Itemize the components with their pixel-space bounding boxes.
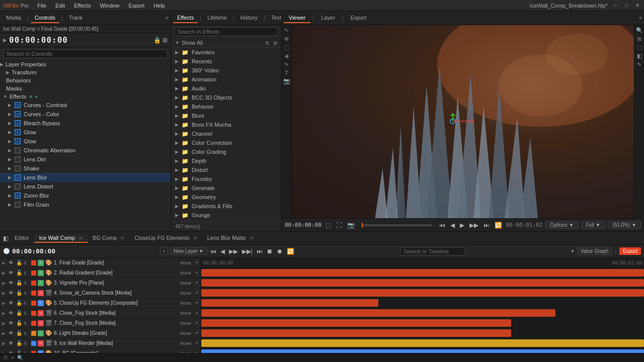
layer-dropdown-icon[interactable]: ▼ <box>195 341 199 345</box>
track-4[interactable] <box>201 298 644 308</box>
effect-chromatic-aberration[interactable]: ▶ Chromatic Aberration <box>0 146 171 155</box>
close-button[interactable]: ✕ <box>634 2 641 9</box>
blend-mode[interactable]: None <box>178 321 193 326</box>
color-picker-icon[interactable]: ✎ <box>637 61 641 68</box>
go-end-icon[interactable]: ⏭ <box>482 221 491 230</box>
layer-properties-section[interactable]: ▶ Layer Properties <box>0 60 171 68</box>
tab-media[interactable]: Media <box>2 13 25 23</box>
controls-search-input[interactable] <box>3 49 168 58</box>
solo-icon[interactable]: S <box>24 281 30 286</box>
blend-mode[interactable]: None <box>178 311 193 316</box>
layer-row-7[interactable]: ▶ 👁 🔓 S M 🎬 7. Close_Fog Stock [Media] N… <box>0 318 201 328</box>
tab-closeup[interactable]: CloseUp FG Elements ✕ <box>129 234 202 243</box>
effect-checkbox[interactable]: ✓ <box>15 111 21 117</box>
tl-status-icon3[interactable]: 🔍 <box>17 355 23 360</box>
layer-row-5[interactable]: ▶ 👁 🔓 S C 🎨 5. CloseUp FG Elements [Comp… <box>0 298 201 308</box>
track-9[interactable] <box>201 348 644 353</box>
category-audio[interactable]: ▶ 📁 Audio <box>171 84 281 93</box>
prev-frame-icon[interactable]: ◀ <box>449 221 456 230</box>
effect-checkbox[interactable]: ✓ <box>15 120 21 126</box>
lock-icon[interactable]: 🔓 <box>16 310 22 316</box>
safe-zones-icon[interactable]: ⬚ <box>637 44 642 51</box>
menu-export[interactable]: Export <box>125 2 149 10</box>
category-color-correction[interactable]: ▶ 📁 Color Correction <box>171 138 281 147</box>
layer-dropdown-icon[interactable]: ▼ <box>195 291 199 295</box>
effect-checkbox[interactable] <box>15 156 21 162</box>
category-channel[interactable]: ▶ 📁 Channel <box>171 129 281 138</box>
effect-checkbox[interactable]: ✓ <box>15 129 21 135</box>
zoom-button[interactable]: (51.0%) ▼ <box>608 221 641 229</box>
layer-row-2[interactable]: ▶ 👁 🔓 S G 🎨 2. Radial Gradient [Grade] N… <box>0 268 201 278</box>
layer-row-3[interactable]: ▶ 👁 🔓 S P 🎨 3. Vignette Pro [Plane] None… <box>0 278 201 288</box>
effects-search-input[interactable] <box>174 27 278 36</box>
tab-viewer[interactable]: Viewer <box>284 13 310 23</box>
solo-icon[interactable]: S <box>24 260 30 265</box>
mask-icon[interactable]: ◈ <box>285 53 289 59</box>
effect-checkbox[interactable] <box>15 202 21 208</box>
category-gradients[interactable]: ▶ 📁 Gradients & Fills <box>171 202 281 211</box>
quality-button[interactable]: Full ▼ <box>582 221 605 229</box>
go-start-icon[interactable]: ⏮ <box>438 221 446 230</box>
options-button[interactable]: Options ▼ <box>545 221 578 229</box>
category-generate[interactable]: ▶ 📁 Generate <box>171 184 281 193</box>
timeline-search-input[interactable] <box>400 247 465 255</box>
effect-zoom-blur[interactable]: ▶ ✓ Zoom Blur <box>0 191 171 200</box>
layer-row-8[interactable]: ▶ 👁 🔓 S G 🎨 8. Light Streaks [Grade] Non… <box>0 328 201 338</box>
tab-lifetime[interactable]: Lifetime <box>203 13 231 23</box>
solo-icon[interactable]: S <box>24 291 30 296</box>
compare-icon[interactable]: ◧ <box>637 53 642 59</box>
menu-window[interactable]: Window <box>96 2 123 10</box>
timeline-export-button[interactable]: Export <box>619 247 641 255</box>
solo-icon[interactable]: S <box>24 321 30 326</box>
menu-help[interactable]: Help <box>149 2 169 10</box>
effects-sort-icon[interactable]: ⇅ <box>265 40 269 46</box>
new-layer-button[interactable]: New Layer ▼ <box>170 247 207 255</box>
track-7[interactable] <box>201 328 644 338</box>
track-1[interactable] <box>201 268 644 278</box>
category-blurs[interactable]: ▶ 📁 Blurs <box>171 111 281 120</box>
effect-shake[interactable]: ▶ Shake <box>0 164 171 173</box>
transform-section[interactable]: ▶ Transform <box>0 68 171 76</box>
tab-icewall[interactable]: Ice Wall Comp ✕ <box>34 234 88 243</box>
visibility-icon[interactable]: 👁 <box>9 310 15 316</box>
category-geometry[interactable]: ▶ 📁 Geometry <box>171 193 281 202</box>
category-boris[interactable]: ▶ 📁 Boris FX Mocha <box>171 120 281 129</box>
effect-curves-contrast[interactable]: ▶ ✓ Curves - Contrast <box>0 101 171 110</box>
effect-bleach-bypass[interactable]: ▶ ✓ Bleach Bypass <box>0 119 171 128</box>
tl-go-start-icon[interactable]: ⏮ <box>209 247 217 256</box>
add-new-layer-icon[interactable]: + <box>160 247 168 255</box>
play-icon[interactable]: ▶ <box>3 37 7 43</box>
layer-dropdown-icon[interactable]: ▼ <box>195 260 199 265</box>
layer-row-6[interactable]: ▶ 👁 🔓 S M 🎬 6. Close_Fog Stock [Media] N… <box>0 308 201 318</box>
effect-lens-distort[interactable]: ▶ Lens Distort <box>0 182 171 191</box>
layer-dropdown-icon[interactable]: ▼ <box>195 281 199 285</box>
tl-prev-icon[interactable]: ◀ <box>219 247 226 256</box>
layer-dropdown-icon[interactable]: ▼ <box>195 321 199 325</box>
minimize-button[interactable]: ─ <box>612 2 619 9</box>
tab-export[interactable]: Export <box>346 13 372 23</box>
viewer-options-icon[interactable]: ≡ <box>639 15 642 21</box>
lock-icon[interactable]: 🔒 <box>153 37 161 44</box>
play-pause-icon[interactable]: ▶ <box>459 221 465 230</box>
effects-add-icon[interactable]: ⊕ <box>29 95 33 99</box>
text-tool-icon[interactable]: T <box>285 70 288 76</box>
maximize-button[interactable]: □ <box>623 2 630 9</box>
tab-layer[interactable]: Layer <box>316 13 340 23</box>
crop-icon[interactable]: ⬚ <box>284 44 289 51</box>
blend-mode[interactable]: None <box>178 341 193 346</box>
layer-dropdown-icon[interactable]: ▼ <box>195 311 199 315</box>
category-grunge[interactable]: ▶ 📁 Grunge <box>171 211 281 220</box>
layer-dropdown-icon[interactable]: ▼ <box>195 331 199 335</box>
close-lensblurmatte-tab[interactable]: ✕ <box>250 235 254 241</box>
effect-lens-dirt[interactable]: ▶ Lens Dirt <box>0 155 171 164</box>
track-5[interactable] <box>201 308 644 318</box>
solo-icon[interactable]: S <box>24 341 30 346</box>
category-depth[interactable]: ▶ 📁 Depth <box>171 156 281 165</box>
visibility-icon[interactable]: 👁 <box>9 270 15 276</box>
visibility-icon[interactable]: 👁 <box>9 320 15 326</box>
visibility-icon[interactable]: 👁 <box>9 260 15 265</box>
visibility-icon[interactable]: 👁 <box>9 340 15 346</box>
show-all-label[interactable]: Show All <box>182 40 203 46</box>
solo-icon[interactable]: S <box>24 331 30 336</box>
layer-dropdown-icon[interactable]: ▼ <box>195 270 199 275</box>
